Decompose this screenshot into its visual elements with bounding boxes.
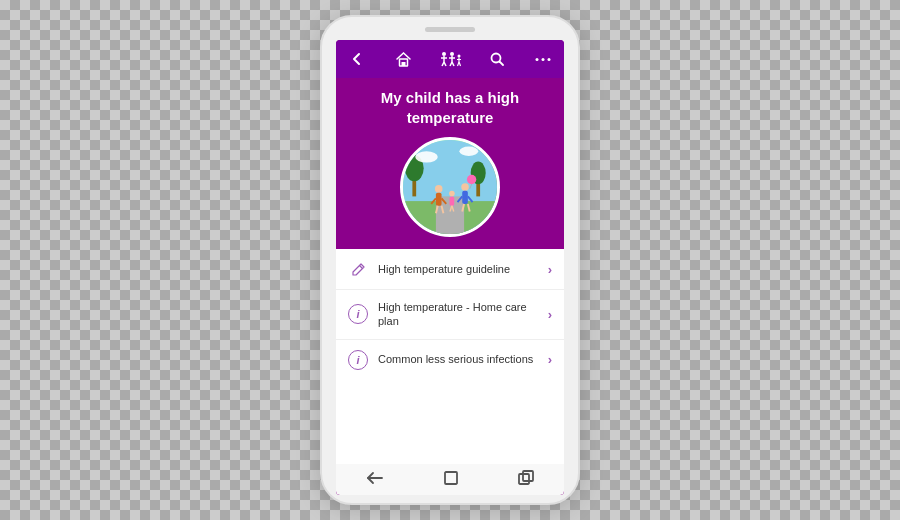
phone-screen: My child has a high temperature	[336, 40, 564, 495]
svg-point-12	[458, 55, 461, 58]
svg-line-11	[452, 62, 454, 66]
phone-device: My child has a high temperature	[320, 15, 580, 505]
svg-line-6	[444, 62, 446, 66]
svg-point-29	[435, 185, 443, 193]
homecare-label: High temperature - Home care plan	[378, 300, 548, 329]
search-button[interactable]	[486, 48, 508, 70]
infections-chevron: ›	[548, 352, 552, 367]
svg-point-47	[415, 151, 438, 162]
svg-rect-36	[450, 196, 455, 205]
menu-item-infections[interactable]: i Common less serious infections ›	[336, 340, 564, 380]
svg-point-39	[461, 183, 469, 191]
info-icon-homecare: i	[348, 304, 368, 324]
recent-nav-button[interactable]	[518, 470, 534, 489]
menu-section: High temperature guideline › i High temp…	[336, 249, 564, 464]
bottom-nav	[336, 464, 564, 495]
phone-speaker	[425, 27, 475, 32]
svg-rect-30	[436, 193, 442, 206]
guideline-label: High temperature guideline	[378, 262, 548, 276]
nav-bar	[336, 40, 564, 78]
svg-point-2	[442, 52, 446, 56]
svg-point-7	[450, 52, 454, 56]
svg-rect-51	[445, 472, 457, 484]
menu-item-homecare[interactable]: i High temperature - Home care plan ›	[336, 290, 564, 340]
family-button[interactable]	[439, 48, 461, 70]
svg-rect-53	[523, 471, 533, 481]
hero-image	[352, 137, 548, 237]
svg-rect-1	[402, 62, 406, 66]
home-nav-button[interactable]	[443, 470, 459, 489]
svg-line-49	[359, 265, 362, 268]
back-nav-button[interactable]	[366, 471, 384, 488]
svg-point-48	[459, 147, 478, 156]
svg-point-19	[536, 58, 539, 61]
header-section: My child has a high temperature	[336, 78, 564, 249]
menu-item-guideline[interactable]: High temperature guideline ›	[336, 249, 564, 290]
svg-rect-52	[519, 474, 529, 484]
svg-point-45	[467, 175, 476, 184]
info-icon-infections: i	[348, 350, 368, 370]
more-button[interactable]	[532, 48, 554, 70]
homecare-chevron: ›	[548, 307, 552, 322]
svg-point-35	[449, 191, 455, 197]
svg-line-18	[499, 62, 503, 66]
svg-point-20	[542, 58, 545, 61]
svg-rect-40	[462, 191, 468, 204]
hero-circle	[400, 137, 500, 237]
back-button[interactable]	[346, 48, 368, 70]
infections-label: Common less serious infections	[378, 352, 548, 366]
page-title: My child has a high temperature	[352, 88, 548, 127]
home-button[interactable]	[393, 48, 415, 70]
svg-line-16	[459, 62, 461, 66]
guideline-chevron: ›	[548, 262, 552, 277]
svg-point-21	[548, 58, 551, 61]
pencil-icon	[348, 259, 368, 279]
